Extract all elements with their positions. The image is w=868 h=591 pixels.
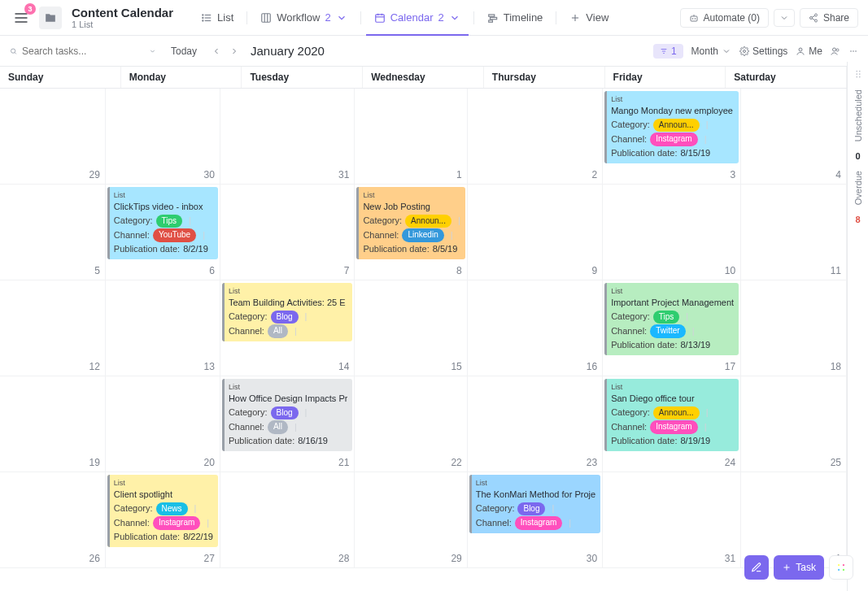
calendar-cell[interactable]: 18 xyxy=(741,280,847,376)
task-card[interactable]: ListClient spotlightCategory:News|Channe… xyxy=(107,475,218,547)
card-category-label: Category: xyxy=(114,215,153,228)
card-channel-label: Channel: xyxy=(611,133,647,146)
tab-workflow[interactable]: Workflow 2 xyxy=(252,0,355,36)
automate-dropdown[interactable] xyxy=(774,9,795,27)
tab-timeline[interactable]: Timeline xyxy=(479,0,552,36)
card-list-label: List xyxy=(611,286,734,297)
grip-icon[interactable] xyxy=(853,68,864,80)
card-pubdate-label: Publication date: xyxy=(611,339,677,352)
calendar-cell[interactable]: 1 xyxy=(741,472,847,568)
header-right: Automate (0) Share xyxy=(680,8,858,28)
calendar-cell[interactable]: 25 xyxy=(741,376,847,472)
view-scope-dropdown[interactable]: Month xyxy=(691,46,731,57)
calendar-cell[interactable]: 24ListSan Diego office tourCategory:Anno… xyxy=(603,376,741,472)
task-card[interactable]: ListNew Job PostingCategory:Announ...|Ch… xyxy=(356,187,465,259)
overdue-label[interactable]: Overdue xyxy=(853,171,863,205)
cell-date: 22 xyxy=(451,457,461,468)
task-card[interactable]: ListMango Monday new employeeCategory:An… xyxy=(604,91,739,163)
task-card[interactable]: ListClickTips video - inboxCategory:Tips… xyxy=(107,187,218,259)
calendar-cell[interactable]: 20 xyxy=(106,376,220,472)
cell-date: 7 xyxy=(344,265,350,276)
calendar-cell[interactable]: 8ListNew Job PostingCategory:Announ...|C… xyxy=(355,185,467,280)
svg-point-25 xyxy=(814,14,817,16)
current-month: January 2020 xyxy=(251,44,325,58)
calendar-cell[interactable]: 2 xyxy=(468,89,603,185)
card-title: ClickTips video - inbox xyxy=(114,201,213,214)
task-card[interactable]: ListImportant Project ManagementCategory… xyxy=(604,283,739,355)
calendar-cell[interactable]: 9 xyxy=(468,185,603,280)
calendar-cell[interactable]: 1 xyxy=(355,89,467,185)
search-input[interactable] xyxy=(22,46,144,57)
automate-button[interactable]: Automate (0) xyxy=(680,8,769,28)
more-button[interactable] xyxy=(848,46,858,56)
calendar-cell[interactable]: 27ListClient spotlightCategory:News|Chan… xyxy=(106,472,220,568)
calendar-cell[interactable]: 4 xyxy=(741,89,847,185)
settings-button[interactable]: Settings xyxy=(739,46,787,57)
task-card[interactable]: ListSan Diego office tourCategory:Announ… xyxy=(604,379,739,451)
calendar-cell[interactable]: 28 xyxy=(220,472,355,568)
assignees-button[interactable] xyxy=(831,46,840,56)
chevron-down-icon[interactable] xyxy=(149,46,156,56)
calendar-cell[interactable]: 6ListClickTips video - inboxCategory:Tip… xyxy=(106,185,220,280)
card-category-label: Category: xyxy=(229,311,268,324)
share-button[interactable]: Share xyxy=(800,8,858,28)
quick-note-button[interactable] xyxy=(744,555,769,580)
calendar-cell[interactable]: 26 xyxy=(0,472,106,568)
chevron-down-icon xyxy=(779,13,789,23)
calendar-cell[interactable]: 7 xyxy=(220,185,355,280)
channel-chip: Twitter xyxy=(650,324,685,338)
filter-pill[interactable]: 1 xyxy=(653,44,683,59)
calendar-cell[interactable]: 23 xyxy=(468,376,603,472)
apps-button[interactable] xyxy=(829,555,853,580)
calendar-cell[interactable]: 19 xyxy=(0,376,106,472)
cell-date: 12 xyxy=(89,361,99,372)
card-pubdate-label: Publication date: xyxy=(114,243,180,256)
task-card[interactable]: ListThe KonMari Method for ProjeCategory… xyxy=(469,475,600,533)
cell-date: 19 xyxy=(89,457,99,468)
calendar-cell[interactable]: 17ListImportant Project ManagementCatego… xyxy=(603,280,741,376)
unscheduled-label[interactable]: Unscheduled xyxy=(853,89,863,141)
calendar-cell[interactable]: 16 xyxy=(468,280,603,376)
cell-date: 11 xyxy=(831,265,841,276)
me-filter[interactable]: Me xyxy=(796,46,822,57)
calendar-cell[interactable]: 30ListThe KonMari Method for ProjeCatego… xyxy=(468,472,603,568)
today-button[interactable]: Today xyxy=(164,44,203,59)
cell-date: 30 xyxy=(587,553,597,564)
folder-icon[interactable] xyxy=(39,7,62,29)
calendar-cell[interactable]: 13 xyxy=(106,280,220,376)
calendar-cell[interactable]: 21ListHow Office Design Impacts PrCatego… xyxy=(220,376,355,472)
calendar-cell[interactable]: 10 xyxy=(603,185,741,280)
users-icon xyxy=(831,46,840,56)
tab-list[interactable]: List xyxy=(193,0,242,36)
calendar-cell[interactable]: 14ListTeam Building Activities: 25 ECate… xyxy=(220,280,355,376)
new-task-button[interactable]: Task xyxy=(774,555,824,580)
task-card[interactable]: ListTeam Building Activities: 25 ECatego… xyxy=(222,283,353,341)
calendar-cell[interactable]: 3ListMango Monday new employeeCategory:A… xyxy=(603,89,741,185)
calendar-cell[interactable]: 15 xyxy=(355,280,467,376)
gear-icon xyxy=(739,46,749,56)
next-month-button[interactable] xyxy=(229,46,239,56)
tab-calendar[interactable]: Calendar 2 xyxy=(366,0,469,36)
calendar-cell[interactable]: 29 xyxy=(355,472,467,568)
filter-icon xyxy=(660,47,668,55)
calendar-cell[interactable]: 12 xyxy=(0,280,106,376)
prev-month-button[interactable] xyxy=(212,46,221,56)
svg-point-27 xyxy=(814,20,817,22)
list-icon xyxy=(201,12,212,24)
channel-chip: All xyxy=(268,420,288,434)
calendar-cell[interactable]: 30 xyxy=(106,89,220,185)
add-view-button[interactable]: View xyxy=(561,0,617,36)
timeline-icon xyxy=(487,12,499,24)
calendar-cell[interactable]: 29 xyxy=(0,89,106,185)
card-list-label: List xyxy=(229,382,348,393)
calendar-cell[interactable]: 31 xyxy=(603,472,741,568)
divider xyxy=(473,11,474,24)
calendar-cell[interactable]: 22 xyxy=(355,376,467,472)
calendar-cell[interactable]: 31 xyxy=(220,89,355,185)
card-channel-label: Channel: xyxy=(114,517,150,530)
sidebar-toggle[interactable]: 3 xyxy=(10,7,33,29)
task-card[interactable]: ListHow Office Design Impacts PrCategory… xyxy=(222,379,353,451)
calendar-cell[interactable]: 5 xyxy=(0,185,106,280)
svg-point-43 xyxy=(858,71,860,72)
calendar-cell[interactable]: 11 xyxy=(741,185,847,280)
